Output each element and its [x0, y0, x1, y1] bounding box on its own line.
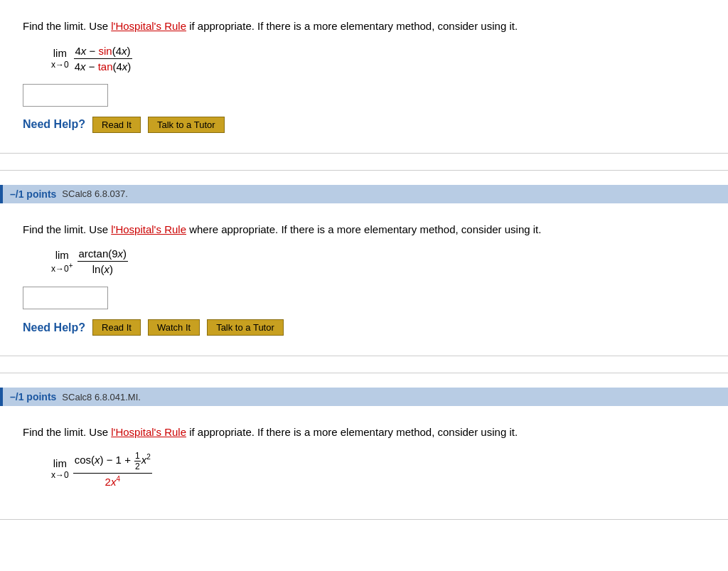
fraction-2-num: arctan(9x): [77, 247, 129, 262]
fraction-2-den: ln(x): [91, 262, 114, 275]
problem-3-section: –/1 points SCalc8 6.8.041.MI. Find the l…: [0, 388, 728, 520]
lim-2-block: lim x→0+: [51, 249, 73, 274]
spacer-1: [0, 154, 728, 171]
need-help-label-1: Need Help?: [23, 118, 85, 131]
lim-2-sub: x→0+: [51, 262, 73, 274]
half-numerator: 1: [134, 451, 141, 461]
fraction-3-num: cos(x) − 1 + 1 2 x2: [73, 451, 152, 474]
problem-2-instruction: Find the limit. Use l'Hospital's Rule wh…: [23, 222, 705, 238]
fraction-3: cos(x) − 1 + 1 2 x2 2x4: [73, 451, 152, 488]
talk-tutor-button-2[interactable]: Talk to a Tutor: [207, 319, 284, 336]
talk-tutor-button-1[interactable]: Talk to a Tutor: [148, 117, 225, 133]
problem-1-instruction-text-after: if appropriate. If there is a more eleme…: [186, 20, 518, 32]
spacer-1b: [0, 171, 728, 185]
fraction-1-den: 4x − tan(4x): [73, 59, 133, 73]
lhospital-link-3[interactable]: l'Hospital's Rule: [111, 426, 186, 438]
lim-1-block: lim x→0: [51, 47, 69, 70]
problem-1-instruction-text-before: Find the limit. Use: [23, 20, 111, 32]
lhospital-link-2[interactable]: l'Hospital's Rule: [111, 223, 186, 235]
need-help-row-2: Need Help? Read It Watch It Talk to a Tu…: [23, 319, 705, 336]
problem-3-instruction-after: if appropriate. If there is a more eleme…: [186, 426, 518, 438]
lim-1-word: lim: [53, 47, 67, 60]
problem-1-body: Find the limit. Use l'Hospital's Rule if…: [11, 9, 717, 142]
lim-2-word: lim: [55, 249, 69, 262]
answer-input-2[interactable]: [23, 287, 108, 309]
problem-2-header: –/1 points SCalc8 6.8.037.: [0, 185, 728, 203]
spacer-2: [0, 356, 728, 373]
fraction-2: arctan(9x) ln(x): [77, 247, 129, 275]
problem-2-points: –/1 points: [10, 188, 56, 200]
problem-2-code: SCalc8 6.8.037.: [62, 188, 128, 199]
problem-1-math: lim x→0 4x − sin(4x) 4x − tan(4x): [51, 45, 705, 73]
lhospital-link-1[interactable]: l'Hospital's Rule: [111, 20, 186, 32]
read-it-button-1[interactable]: Read It: [92, 117, 141, 133]
problem-1-section: Find the limit. Use l'Hospital's Rule if…: [0, 0, 728, 154]
need-help-label-2: Need Help?: [23, 321, 85, 334]
problem-2-math: lim x→0+ arctan(9x) ln(x): [51, 247, 705, 275]
lim-3-block: lim x→0: [51, 457, 69, 480]
problem-3-instruction-before: Find the limit. Use: [23, 426, 111, 438]
problem-2-inner: Find the limit. Use l'Hospital's Rule wh…: [11, 212, 717, 345]
problem-2-instruction-before: Find the limit. Use: [23, 223, 111, 235]
half-denominator: 2: [134, 461, 141, 471]
problem-3-body: Find the limit. Use l'Hospital's Rule if…: [0, 406, 728, 520]
answer-input-1[interactable]: [23, 84, 108, 107]
problem-3-code: SCalc8 6.8.041.MI.: [62, 392, 141, 402]
lim-3-sub: x→0: [51, 470, 69, 480]
problem-2-instruction-after: where appropriate. If there is a more el…: [186, 223, 541, 235]
problem-3-points: –/1 points: [10, 391, 56, 402]
problem-2-section: –/1 points SCalc8 6.8.037. Find the limi…: [0, 185, 728, 357]
read-it-button-2[interactable]: Read It: [92, 319, 141, 336]
spacer-2b: [0, 373, 728, 388]
problem-3-instruction: Find the limit. Use l'Hospital's Rule if…: [23, 425, 705, 441]
problem-2-body: Find the limit. Use l'Hospital's Rule wh…: [0, 203, 728, 357]
problem-3-inner: Find the limit. Use l'Hospital's Rule if…: [11, 415, 717, 508]
need-help-row-1: Need Help? Read It Talk to a Tutor: [23, 117, 705, 133]
fraction-1: 4x − sin(4x) 4x − tan(4x): [73, 45, 133, 73]
problem-3-math: lim x→0 cos(x) − 1 + 1 2 x2 2x4: [51, 451, 705, 488]
problem-3-header: –/1 points SCalc8 6.8.041.MI.: [0, 388, 728, 406]
problem-1-instruction: Find the limit. Use l'Hospital's Rule if…: [23, 18, 705, 35]
watch-it-button-2[interactable]: Watch It: [148, 319, 200, 336]
fraction-1-num: 4x − sin(4x): [74, 45, 132, 59]
lim-3-word: lim: [53, 457, 67, 470]
fraction-3-den: 2x4: [104, 474, 122, 488]
lim-1-sub: x→0: [51, 60, 69, 70]
